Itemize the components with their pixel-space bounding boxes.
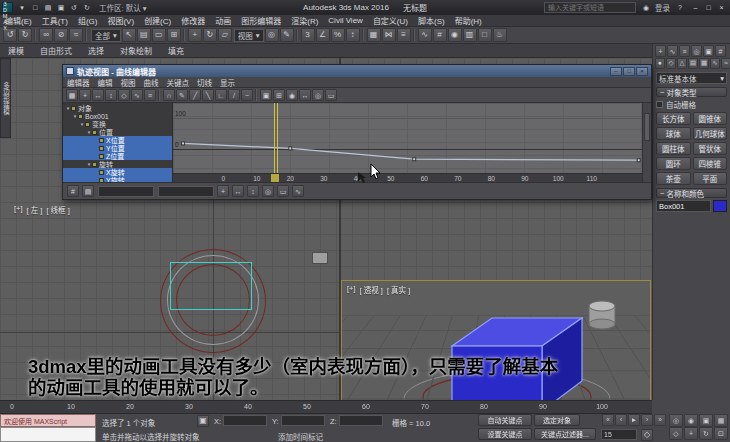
add-keys-icon[interactable]: ◇ bbox=[118, 89, 130, 101]
zoom-value-icon[interactable]: ↕ bbox=[247, 185, 259, 197]
menu-item[interactable]: 动画 bbox=[210, 15, 236, 26]
ribbon-tab[interactable]: 对象绘制 bbox=[112, 44, 160, 57]
zoom-all-icon[interactable]: ◉ bbox=[684, 414, 698, 427]
scrollbar-thumb[interactable] bbox=[644, 113, 650, 141]
viewport-label-token[interactable]: [ 真实 ] bbox=[387, 284, 410, 295]
menu-item[interactable]: 脚本(S) bbox=[413, 15, 450, 26]
reference-coordinate-dropdown[interactable]: 视图 ▾ bbox=[234, 29, 264, 42]
rendered-frame-window-icon[interactable]: □ bbox=[478, 28, 492, 42]
select-and-link-icon[interactable]: ∞ bbox=[39, 28, 53, 42]
select-and-rotate-icon[interactable]: ↻ bbox=[203, 28, 217, 42]
select-by-name-icon[interactable]: ▤ bbox=[137, 28, 151, 42]
coord-z-field[interactable] bbox=[339, 415, 383, 426]
zoom-extents-icon[interactable]: ▣ bbox=[699, 414, 713, 427]
object-name-field[interactable]: Box001 bbox=[656, 200, 711, 212]
object-type-button[interactable]: 管状体 bbox=[693, 142, 728, 155]
previous-frame-icon[interactable]: ‹ bbox=[615, 414, 627, 426]
maxscript-mini-listener-pink[interactable]: 欢迎使用 MAXScript bbox=[0, 414, 96, 427]
coord-y-field[interactable] bbox=[281, 415, 325, 426]
curve-editor-icon[interactable]: ∿ bbox=[418, 28, 432, 42]
maxscript-mini-listener-white[interactable] bbox=[0, 427, 96, 442]
utilities-tab-icon[interactable]: # bbox=[715, 45, 726, 57]
object-type-button[interactable]: 四棱锥 bbox=[693, 157, 728, 170]
create-tab-icon[interactable]: + bbox=[655, 45, 666, 57]
minimize-button[interactable]: – bbox=[689, 2, 702, 13]
modify-tab-icon[interactable]: ∿ bbox=[667, 45, 678, 57]
autogrid-checkbox[interactable] bbox=[656, 101, 663, 108]
cameras-icon[interactable]: ▤ bbox=[688, 58, 698, 69]
auto-key-button[interactable]: 自动关键点 bbox=[478, 414, 532, 426]
time-slider-line[interactable] bbox=[277, 103, 278, 173]
gray-cylinder-object[interactable] bbox=[582, 297, 622, 333]
lock-selection-icon[interactable]: ▣ bbox=[260, 89, 272, 101]
keyframe-point[interactable] bbox=[289, 147, 292, 150]
viewport-label-token[interactable]: [ 透视 ] bbox=[360, 284, 383, 295]
percent-snap-icon[interactable]: % bbox=[331, 28, 345, 42]
tangents-step-icon[interactable]: ∟ bbox=[215, 89, 227, 101]
perspective-viewport-label[interactable]: [+][ 透视 ][ 真实 ] bbox=[347, 284, 410, 295]
slide-keys-icon[interactable]: ↔ bbox=[92, 89, 104, 101]
left-viewport-label[interactable]: [+][ 左 ][ 线框 ] bbox=[14, 204, 70, 215]
draw-curves-icon[interactable]: ∿ bbox=[131, 89, 143, 101]
zoom-icon[interactable]: ◎ bbox=[669, 414, 683, 427]
track-tree-item[interactable]: ▾Box001 bbox=[63, 112, 172, 120]
box-wireframe-left-view[interactable] bbox=[170, 262, 252, 310]
go-to-start-icon[interactable]: « bbox=[602, 414, 614, 426]
selected-mode-dropdown[interactable]: 选定对象 bbox=[534, 414, 580, 426]
transform-type-in-lock-icon[interactable]: ▣ bbox=[197, 415, 209, 427]
workspace-selector[interactable]: 工作区: 默认 ▾ bbox=[95, 2, 151, 13]
menu-item[interactable]: 渲染(R) bbox=[286, 15, 323, 26]
menu-item[interactable]: 视图(V) bbox=[102, 15, 139, 26]
zoom-horizontal-extents-icon[interactable]: ↔ bbox=[299, 89, 311, 101]
key-value-field[interactable] bbox=[158, 186, 214, 197]
render-setup-icon[interactable]: ▥ bbox=[463, 28, 477, 42]
mirror-icon[interactable]: ⋈ bbox=[382, 28, 396, 42]
current-frame-field[interactable]: 15 bbox=[601, 429, 637, 440]
move-keys-icon[interactable]: + bbox=[79, 89, 91, 101]
use-pivot-center-icon[interactable]: ◎ bbox=[265, 28, 279, 42]
zoom-horizontal-icon[interactable]: ↔ bbox=[232, 185, 244, 197]
sign-in-label[interactable]: 登录 bbox=[655, 2, 670, 13]
select-and-manipulate-icon[interactable]: ✎ bbox=[280, 28, 294, 42]
track-view-vertical-scrollbar[interactable] bbox=[642, 103, 651, 182]
track-view-menu-item[interactable]: 曲线 bbox=[140, 77, 163, 88]
open-file-icon[interactable]: ▤ bbox=[42, 2, 54, 14]
track-view-hierarchy-tree[interactable]: ▾对象▾Box001▾变换▾位置X位置Y位置Z位置▾旋转X旋转Y旋转Z旋转缩放 bbox=[63, 103, 173, 182]
undo-icon[interactable]: ↺ bbox=[68, 2, 80, 14]
field-of-view-icon[interactable]: ◇ bbox=[669, 427, 683, 440]
menu-item[interactable]: 帮助(H) bbox=[450, 15, 487, 26]
window-crossing-icon[interactable]: ⊞ bbox=[167, 28, 181, 42]
select-and-scale-icon[interactable]: ▱ bbox=[218, 28, 232, 42]
viewport-label-token[interactable]: [ 线框 ] bbox=[46, 204, 69, 215]
track-tree-item[interactable]: Z位置 bbox=[63, 152, 172, 160]
track-view-close-button[interactable]: × bbox=[636, 67, 648, 76]
curve-graph-area[interactable]: 10000102030405060708090100110 bbox=[173, 103, 642, 182]
user-account-icon[interactable]: ◉ bbox=[640, 2, 652, 14]
menu-item[interactable]: 组(G) bbox=[73, 15, 103, 26]
maximize-button[interactable]: □ bbox=[702, 2, 715, 13]
zoom-icon[interactable]: ◎ bbox=[262, 185, 274, 197]
menu-item[interactable]: 自定义(U) bbox=[368, 15, 413, 26]
shapes-icon[interactable]: ◇ bbox=[666, 58, 676, 69]
track-set-list-icon[interactable]: ▤ bbox=[82, 185, 94, 197]
viewport-label-token[interactable]: [+] bbox=[14, 204, 23, 215]
menu-item[interactable]: 工具(T) bbox=[37, 15, 73, 26]
material-editor-icon[interactable]: ◉ bbox=[448, 28, 462, 42]
track-view-menu-item[interactable]: 编辑 bbox=[94, 77, 117, 88]
object-type-button[interactable]: 茶壶 bbox=[656, 172, 691, 185]
display-tab-icon[interactable]: ▣ bbox=[703, 45, 714, 57]
schematic-view-icon[interactable]: # bbox=[433, 28, 447, 42]
set-key-button[interactable]: 设置关键点 bbox=[478, 428, 532, 440]
add-time-tag[interactable]: 添加时间标记 bbox=[278, 431, 323, 442]
zoom-region-icon[interactable]: ▭ bbox=[277, 185, 289, 197]
track-view-menu-item[interactable]: 显示 bbox=[216, 77, 239, 88]
track-view-menu-item[interactable]: 切线 bbox=[193, 77, 216, 88]
gray-helper-object[interactable] bbox=[312, 252, 328, 264]
menu-item[interactable]: Civil View bbox=[323, 16, 368, 25]
keyframe-point[interactable] bbox=[413, 158, 416, 161]
motion-tab-icon[interactable]: ◎ bbox=[691, 45, 702, 57]
object-type-button[interactable]: 圆柱体 bbox=[656, 142, 691, 155]
object-type-rollout-header[interactable]: −对象类型 bbox=[656, 87, 727, 97]
track-tree-item[interactable]: ▾变换 bbox=[63, 120, 172, 128]
menu-item[interactable]: 图形编辑器 bbox=[236, 15, 286, 26]
